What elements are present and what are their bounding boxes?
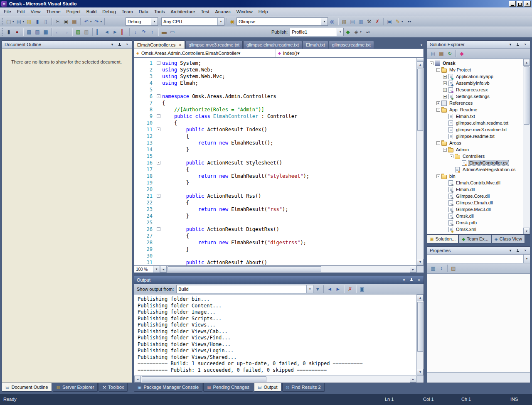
close-icon[interactable]: × — [124, 42, 130, 47]
menu-item-анализ[interactable]: Анализ — [212, 8, 233, 15]
database-icon[interactable]: ▬ — [160, 28, 168, 36]
menu-item-team[interactable]: Team — [119, 8, 136, 15]
close-icon[interactable]: × — [522, 248, 528, 253]
editor-horizontal-scrollbar[interactable]: ◄ ► — [160, 266, 416, 272]
menu-item-project[interactable]: Project — [64, 8, 84, 15]
bottom-tab-document-outline[interactable]: ▤Document Outline — [2, 383, 52, 392]
goto-next-message-icon[interactable]: ► — [334, 285, 342, 293]
pin-icon[interactable] — [117, 42, 123, 47]
collapse-expander-icon[interactable]: - — [450, 155, 453, 158]
scroll-up-icon[interactable]: ▲ — [417, 61, 424, 68]
scrollbar-thumb[interactable] — [142, 376, 266, 382]
menu-item-tools[interactable]: Tools — [151, 8, 168, 15]
tree-item[interactable]: -Admin — [427, 146, 523, 153]
step-over-icon[interactable]: ↷ — [140, 28, 148, 36]
increase-indent-icon[interactable]: → — [62, 28, 70, 36]
cut-icon[interactable]: ✂ — [54, 17, 62, 26]
window-position-icon[interactable]: ▾ — [507, 42, 513, 47]
pin-icon[interactable] — [515, 42, 521, 47]
scroll-right-icon[interactable]: ► — [410, 376, 416, 383]
scrollbar-thumb[interactable] — [524, 66, 530, 125]
collapse-all-icon[interactable]: ▤ — [429, 49, 437, 58]
document-tab[interactable]: Elmah.txt — [303, 41, 328, 49]
tree-item[interactable]: +Resources.resx — [427, 86, 523, 93]
property-pages-icon[interactable]: ▤ — [450, 264, 457, 272]
solution-explorer-icon[interactable]: ▧ — [340, 17, 348, 26]
redo-icon[interactable]: ↷▾ — [93, 17, 103, 26]
menu-item-architecture[interactable]: Architecture — [168, 8, 198, 15]
collapse-expander-icon[interactable]: - — [436, 174, 440, 178]
close-icon[interactable]: × — [416, 277, 422, 283]
menu-item-edit[interactable]: Edit — [14, 8, 28, 15]
bottom-tab-find-results-2[interactable]: ◎Find Results 2 — [282, 383, 325, 392]
minimize-button[interactable] — [509, 1, 516, 7]
undo-icon[interactable]: ↶▾ — [83, 17, 92, 26]
toggle-breakpoint-icon[interactable]: ● — [13, 28, 21, 36]
tree-item[interactable]: -My Project — [427, 66, 523, 73]
tree-item[interactable]: +References — [427, 100, 523, 106]
document-outline-title-bar[interactable]: Document Outline ▾ × — [2, 41, 132, 49]
tree-item[interactable]: -Omsk — [427, 60, 523, 66]
clear-all-icon[interactable]: ✗ — [346, 285, 354, 293]
collapse-region-icon[interactable]: - — [157, 61, 160, 65]
properties-grid[interactable] — [427, 274, 530, 372]
tree-item[interactable]: -bin — [427, 173, 523, 179]
menu-item-build[interactable]: Build — [84, 8, 99, 15]
document-list-dropdown-icon[interactable]: ▾ — [421, 43, 424, 49]
code-editor[interactable]: 1-using System;2using System.Web;3using … — [134, 58, 424, 266]
object-browser-icon[interactable]: ▥ — [357, 17, 365, 26]
scrollbar-thumb[interactable] — [417, 69, 423, 131]
show-all-files-icon[interactable]: ▦ — [438, 49, 445, 58]
save-all-icon[interactable]: ▯ — [42, 17, 49, 26]
bottom-tab-server-explorer[interactable]: ▥Server Explorer — [53, 383, 98, 392]
extension-pen-icon[interactable]: ✎▾ — [394, 17, 404, 26]
document-tab[interactable]: glimpse.mvc3.readme.txt — [185, 41, 243, 49]
pin-icon[interactable] — [409, 277, 414, 283]
collapse-expander-icon[interactable]: - — [436, 68, 440, 72]
collapse-region-icon[interactable]: - — [157, 94, 160, 98]
menu-item-file[interactable]: File — [1, 8, 14, 15]
open-file-icon[interactable]: ▨ — [25, 17, 33, 26]
tree-item[interactable]: glimpse.elmah.readme.txt — [427, 120, 523, 126]
menu-item-theme[interactable]: Theme — [43, 8, 63, 15]
scroll-up-icon[interactable]: ▲ — [417, 295, 424, 301]
tree-item[interactable]: -Controllers — [427, 153, 523, 160]
find-message-icon[interactable]: ▼ — [314, 285, 321, 293]
collapse-region-icon[interactable]: - — [157, 227, 160, 231]
paste-icon[interactable]: ▦ — [71, 17, 78, 26]
close-button[interactable]: × — [524, 1, 531, 7]
publish-web-icon[interactable]: ◆ — [344, 28, 352, 36]
uncomment-icon[interactable]: ▧ — [83, 28, 90, 36]
tree-item[interactable]: Omsk.xml — [427, 226, 523, 233]
find-in-files-icon[interactable]: ◎ — [328, 17, 336, 26]
collapse-region-icon[interactable]: - — [157, 128, 160, 131]
tree-item[interactable]: glimpse.mvc3.readme.txt — [427, 126, 523, 133]
tree-item[interactable]: +AssemblyInfo.vb — [427, 80, 523, 86]
panel-tab-solution-[interactable]: ▣Solution... — [427, 235, 458, 243]
tree-item[interactable]: +Settings.settings — [427, 93, 523, 100]
members-dropdown[interactable]: ◆ Index() ▾ — [276, 49, 424, 57]
menu-item-help[interactable]: Help — [256, 8, 271, 15]
schema-compare-icon[interactable]: ▭ — [169, 28, 176, 36]
toolbar-grip[interactable] — [2, 18, 3, 25]
menu-item-data[interactable]: Data — [136, 8, 151, 15]
tree-item[interactable]: Glimpse.Mvc3.dll — [427, 206, 523, 213]
scroll-left-icon[interactable]: ◄ — [160, 266, 167, 272]
categorized-icon[interactable]: ▦ — [429, 264, 437, 272]
pin-icon[interactable] — [515, 248, 521, 253]
search-combo[interactable]: Glimpse ▾ — [236, 17, 328, 26]
toolbar-grip[interactable] — [2, 28, 3, 36]
scrollbar-thumb[interactable] — [167, 266, 321, 272]
bottom-tab-toolbox[interactable]: ⚒Toolbox — [99, 383, 128, 392]
menu-item-test[interactable]: Test — [198, 8, 212, 15]
error-list-icon[interactable]: ✗ — [374, 17, 381, 26]
collapse-expander-icon[interactable]: - — [436, 108, 440, 112]
toolbar-overflow-icon[interactable]: ▸▾ — [367, 30, 370, 34]
window-position-icon[interactable]: ▾ — [401, 277, 407, 283]
menu-item-window[interactable]: Window — [234, 8, 256, 15]
step-into-icon[interactable]: ↓ — [132, 28, 139, 36]
step-out-icon[interactable]: ↑ — [148, 28, 156, 36]
scroll-up-icon[interactable]: ▲ — [523, 59, 530, 66]
expand-expander-icon[interactable]: + — [443, 75, 447, 79]
close-icon[interactable]: × — [522, 42, 528, 47]
